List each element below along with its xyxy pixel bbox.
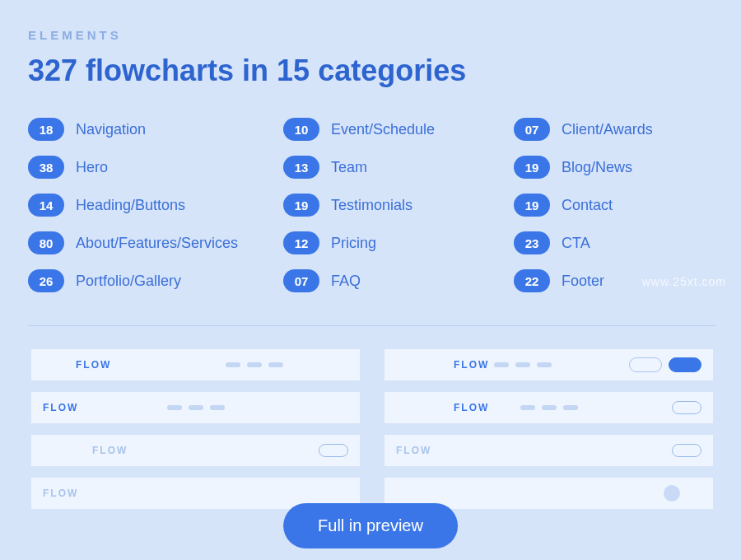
page-title: 327 flowcharts in 15 categories [28, 54, 716, 88]
category-count-badge: 26 [28, 269, 64, 292]
category-label: Pricing [331, 235, 376, 252]
category-count-badge: 38 [28, 156, 64, 179]
category-item[interactable]: 07FAQ [283, 269, 514, 292]
category-count-badge: 22 [514, 269, 550, 292]
category-item[interactable]: 19Contact [514, 194, 716, 217]
category-count-badge: 14 [28, 194, 64, 217]
category-count-badge: 19 [514, 156, 550, 179]
button-group [672, 444, 701, 457]
category-label: Heading/Buttons [76, 197, 185, 214]
pill-outline-icon [629, 357, 662, 372]
button-group [319, 444, 348, 457]
category-item[interactable]: 80About/Features/Services [28, 231, 283, 254]
category-item[interactable]: 12Pricing [283, 231, 514, 254]
category-label: CTA [562, 235, 590, 252]
section-eyebrow: ELEMENTS [28, 28, 716, 42]
category-label: Client/Awards [562, 121, 653, 138]
pill-outline-icon [672, 401, 701, 414]
category-label: Blog/News [562, 159, 632, 176]
category-item[interactable]: 10Event/Schedule [283, 118, 514, 141]
category-label: About/Features/Services [76, 235, 238, 252]
flow-logo: FLOW [43, 488, 78, 499]
menu-placeholder-icon [520, 405, 578, 410]
category-count-badge: 07 [283, 269, 319, 292]
flow-logo: FLOW [454, 402, 489, 413]
divider [28, 325, 716, 326]
watermark: www.25xt.com [642, 275, 726, 288]
flowchart-card[interactable]: FLOW [31, 435, 360, 466]
pill-outline-icon [672, 444, 701, 457]
category-count-badge: 19 [283, 194, 319, 217]
category-label: Portfolio/Gallery [76, 273, 181, 290]
category-item[interactable]: 38Hero [28, 156, 283, 179]
pill-solid-icon [669, 357, 701, 372]
category-label: FAQ [331, 273, 361, 290]
category-label: Testimonials [331, 197, 412, 214]
category-item[interactable]: 07Client/Awards [514, 118, 716, 141]
category-label: Contact [562, 197, 613, 214]
category-label: Team [331, 159, 367, 176]
category-count-badge: 23 [514, 231, 550, 254]
category-count-badge: 07 [514, 118, 550, 141]
flow-logo: FLOW [76, 359, 111, 371]
category-item[interactable]: 13Team [283, 156, 514, 179]
flowchart-card[interactable]: FLOW [384, 349, 713, 380]
category-label: Hero [76, 159, 108, 176]
button-group [672, 401, 701, 414]
flowchart-card[interactable]: FLOW [31, 392, 360, 423]
flow-logo: FLOW [43, 402, 78, 413]
avatar-icon [664, 485, 680, 502]
flow-logo: FLOW [396, 445, 431, 456]
flow-logo: FLOW [454, 359, 489, 371]
full-preview-button[interactable]: Full in preview [283, 503, 458, 548]
category-label: Footer [562, 273, 604, 290]
flow-logo: FLOW [92, 445, 128, 456]
category-label: Event/Schedule [331, 121, 435, 138]
category-item[interactable]: 14Heading/Buttons [28, 194, 283, 217]
category-count-badge: 80 [28, 231, 64, 254]
category-count-badge: 18 [28, 118, 64, 141]
preview-cards: FLOW FLOW FLOW FLOW FLOW FLOW FLOW [28, 349, 716, 509]
category-grid: 18Navigation 10Event/Schedule 07Client/A… [28, 118, 716, 292]
flowchart-card[interactable]: FLOW [31, 349, 360, 380]
category-count-badge: 13 [283, 156, 319, 179]
category-item[interactable]: 19Testimonials [283, 194, 514, 217]
flowchart-card[interactable]: FLOW [384, 392, 713, 423]
category-item[interactable]: 18Navigation [28, 118, 283, 141]
menu-placeholder-icon [167, 405, 225, 410]
menu-placeholder-icon [494, 362, 552, 367]
flowchart-card[interactable]: FLOW [384, 435, 713, 466]
button-group [629, 357, 701, 372]
category-count-badge: 10 [283, 118, 319, 141]
category-item[interactable]: 26Portfolio/Gallery [28, 269, 283, 292]
category-count-badge: 12 [283, 231, 319, 254]
category-item[interactable]: 19Blog/News [514, 156, 716, 179]
category-item[interactable]: 23CTA [514, 231, 716, 254]
category-count-badge: 19 [514, 194, 550, 217]
pill-outline-icon [319, 444, 348, 457]
menu-placeholder-icon [226, 362, 283, 367]
category-label: Navigation [76, 121, 146, 138]
